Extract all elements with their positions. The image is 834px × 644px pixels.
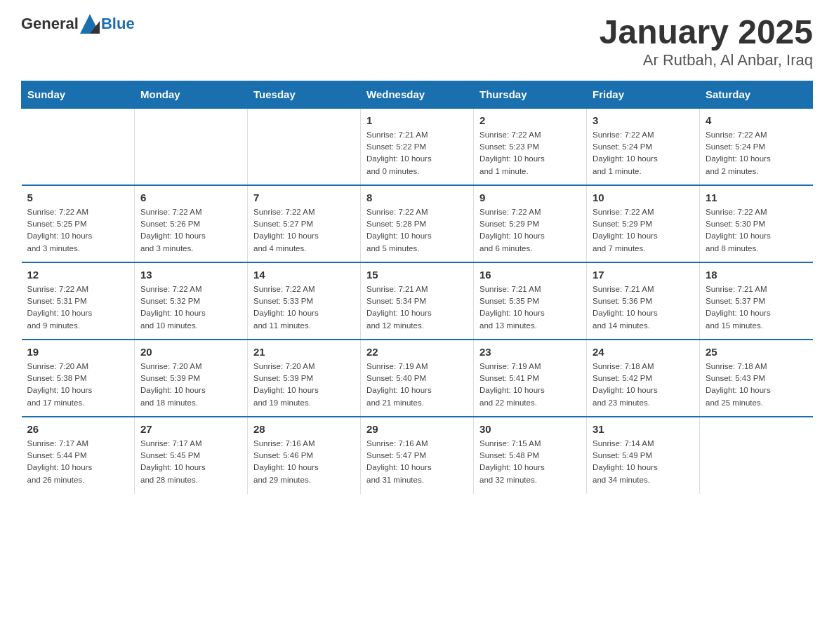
calendar-cell: 12Sunrise: 7:22 AM Sunset: 5:31 PM Dayli… (22, 262, 135, 340)
page-title: January 2025 (600, 14, 813, 51)
day-info: Sunrise: 7:22 AM Sunset: 5:32 PM Dayligh… (140, 283, 241, 332)
logo-icon (80, 14, 100, 34)
day-number: 11 (706, 192, 807, 203)
logo-general-text: General (21, 15, 79, 33)
calendar-cell: 5Sunrise: 7:22 AM Sunset: 5:25 PM Daylig… (22, 185, 135, 262)
day-info: Sunrise: 7:15 AM Sunset: 5:48 PM Dayligh… (479, 438, 581, 486)
calendar-cell (135, 108, 248, 185)
day-info: Sunrise: 7:22 AM Sunset: 5:24 PM Dayligh… (706, 129, 807, 177)
page-subtitle: Ar Rutbah, Al Anbar, Iraq (600, 51, 813, 69)
day-number: 24 (593, 346, 694, 358)
day-info: Sunrise: 7:14 AM Sunset: 5:49 PM Dayligh… (593, 438, 694, 486)
day-info: Sunrise: 7:21 AM Sunset: 5:34 PM Dayligh… (366, 283, 468, 332)
day-number: 13 (140, 269, 241, 281)
day-info: Sunrise: 7:20 AM Sunset: 5:39 PM Dayligh… (253, 361, 355, 409)
day-number: 1 (366, 114, 468, 126)
day-number: 20 (140, 346, 241, 358)
calendar-cell: 7Sunrise: 7:22 AM Sunset: 5:27 PM Daylig… (248, 185, 361, 262)
day-number: 18 (706, 269, 807, 281)
calendar-cell (248, 108, 361, 185)
calendar-cell: 9Sunrise: 7:22 AM Sunset: 5:29 PM Daylig… (474, 185, 587, 262)
day-of-week-header: Thursday (474, 81, 587, 108)
day-info: Sunrise: 7:18 AM Sunset: 5:42 PM Dayligh… (593, 361, 694, 409)
calendar-cell: 21Sunrise: 7:20 AM Sunset: 5:39 PM Dayli… (248, 340, 361, 417)
calendar-cell: 27Sunrise: 7:17 AM Sunset: 5:45 PM Dayli… (135, 417, 248, 494)
calendar-cell: 20Sunrise: 7:20 AM Sunset: 5:39 PM Dayli… (135, 340, 248, 417)
calendar-header: SundayMondayTuesdayWednesdayThursdayFrid… (22, 81, 813, 108)
day-number: 9 (479, 192, 581, 203)
day-of-week-header: Tuesday (248, 81, 361, 108)
day-info: Sunrise: 7:21 AM Sunset: 5:37 PM Dayligh… (706, 283, 807, 332)
day-info: Sunrise: 7:18 AM Sunset: 5:43 PM Dayligh… (706, 361, 807, 409)
day-number: 30 (479, 423, 581, 435)
calendar-cell: 13Sunrise: 7:22 AM Sunset: 5:32 PM Dayli… (135, 262, 248, 340)
day-info: Sunrise: 7:16 AM Sunset: 5:46 PM Dayligh… (253, 438, 355, 486)
calendar-cell: 31Sunrise: 7:14 AM Sunset: 5:49 PM Dayli… (587, 417, 700, 494)
day-info: Sunrise: 7:22 AM Sunset: 5:31 PM Dayligh… (27, 283, 129, 332)
calendar-cell: 6Sunrise: 7:22 AM Sunset: 5:26 PM Daylig… (135, 185, 248, 262)
day-number: 17 (593, 269, 694, 281)
day-of-week-header: Saturday (700, 81, 813, 108)
day-info: Sunrise: 7:22 AM Sunset: 5:28 PM Dayligh… (366, 206, 468, 255)
day-number: 7 (253, 192, 355, 203)
calendar-table: SundayMondayTuesdayWednesdayThursdayFrid… (21, 81, 813, 494)
calendar-cell: 11Sunrise: 7:22 AM Sunset: 5:30 PM Dayli… (700, 185, 813, 262)
day-number: 6 (140, 192, 241, 203)
calendar-week-row: 1Sunrise: 7:21 AM Sunset: 5:22 PM Daylig… (22, 108, 813, 185)
calendar-body: 1Sunrise: 7:21 AM Sunset: 5:22 PM Daylig… (22, 108, 813, 494)
calendar-cell: 18Sunrise: 7:21 AM Sunset: 5:37 PM Dayli… (700, 262, 813, 340)
day-info: Sunrise: 7:17 AM Sunset: 5:44 PM Dayligh… (27, 438, 129, 486)
calendar-cell: 14Sunrise: 7:22 AM Sunset: 5:33 PM Dayli… (248, 262, 361, 340)
day-number: 26 (27, 423, 129, 435)
day-number: 14 (253, 269, 355, 281)
day-number: 4 (706, 114, 807, 126)
calendar-cell: 4Sunrise: 7:22 AM Sunset: 5:24 PM Daylig… (700, 108, 813, 185)
day-number: 21 (253, 346, 355, 358)
calendar-cell: 24Sunrise: 7:18 AM Sunset: 5:42 PM Dayli… (587, 340, 700, 417)
calendar-cell: 16Sunrise: 7:21 AM Sunset: 5:35 PM Dayli… (474, 262, 587, 340)
calendar-cell: 2Sunrise: 7:22 AM Sunset: 5:23 PM Daylig… (474, 108, 587, 185)
day-number: 16 (479, 269, 581, 281)
day-number: 29 (366, 423, 468, 435)
calendar-cell: 25Sunrise: 7:18 AM Sunset: 5:43 PM Dayli… (700, 340, 813, 417)
calendar-cell: 8Sunrise: 7:22 AM Sunset: 5:28 PM Daylig… (361, 185, 474, 262)
calendar-cell: 30Sunrise: 7:15 AM Sunset: 5:48 PM Dayli… (474, 417, 587, 494)
day-number: 23 (479, 346, 581, 358)
logo: General Blue (21, 14, 135, 34)
day-info: Sunrise: 7:22 AM Sunset: 5:25 PM Dayligh… (27, 206, 129, 255)
day-info: Sunrise: 7:22 AM Sunset: 5:33 PM Dayligh… (253, 283, 355, 332)
day-number: 3 (593, 114, 694, 126)
logo-blue-text: Blue (101, 15, 135, 33)
day-number: 10 (593, 192, 694, 203)
day-info: Sunrise: 7:22 AM Sunset: 5:27 PM Dayligh… (253, 206, 355, 255)
day-number: 22 (366, 346, 468, 358)
calendar-week-row: 12Sunrise: 7:22 AM Sunset: 5:31 PM Dayli… (22, 262, 813, 340)
day-info: Sunrise: 7:21 AM Sunset: 5:36 PM Dayligh… (593, 283, 694, 332)
calendar-cell (22, 108, 135, 185)
day-info: Sunrise: 7:22 AM Sunset: 5:26 PM Dayligh… (140, 206, 241, 255)
calendar-cell: 28Sunrise: 7:16 AM Sunset: 5:46 PM Dayli… (248, 417, 361, 494)
day-number: 31 (593, 423, 694, 435)
day-info: Sunrise: 7:22 AM Sunset: 5:23 PM Dayligh… (479, 129, 581, 177)
calendar-cell: 22Sunrise: 7:19 AM Sunset: 5:40 PM Dayli… (361, 340, 474, 417)
day-number: 25 (706, 346, 807, 358)
day-info: Sunrise: 7:17 AM Sunset: 5:45 PM Dayligh… (140, 438, 241, 486)
calendar-cell: 17Sunrise: 7:21 AM Sunset: 5:36 PM Dayli… (587, 262, 700, 340)
calendar-week-row: 26Sunrise: 7:17 AM Sunset: 5:44 PM Dayli… (22, 417, 813, 494)
day-of-week-header: Wednesday (361, 81, 474, 108)
day-info: Sunrise: 7:16 AM Sunset: 5:47 PM Dayligh… (366, 438, 468, 486)
day-number: 2 (479, 114, 581, 126)
day-number: 15 (366, 269, 468, 281)
day-of-week-header: Friday (587, 81, 700, 108)
day-info: Sunrise: 7:20 AM Sunset: 5:39 PM Dayligh… (140, 361, 241, 409)
day-info: Sunrise: 7:21 AM Sunset: 5:22 PM Dayligh… (366, 129, 468, 177)
calendar-cell (700, 417, 813, 494)
day-info: Sunrise: 7:22 AM Sunset: 5:29 PM Dayligh… (479, 206, 581, 255)
day-info: Sunrise: 7:22 AM Sunset: 5:30 PM Dayligh… (706, 206, 807, 255)
title-block: January 2025 Ar Rutbah, Al Anbar, Iraq (600, 14, 813, 69)
day-number: 8 (366, 192, 468, 203)
day-of-week-header: Monday (135, 81, 248, 108)
day-of-week-header: Sunday (22, 81, 135, 108)
day-info: Sunrise: 7:20 AM Sunset: 5:38 PM Dayligh… (27, 361, 129, 409)
day-info: Sunrise: 7:19 AM Sunset: 5:40 PM Dayligh… (366, 361, 468, 409)
